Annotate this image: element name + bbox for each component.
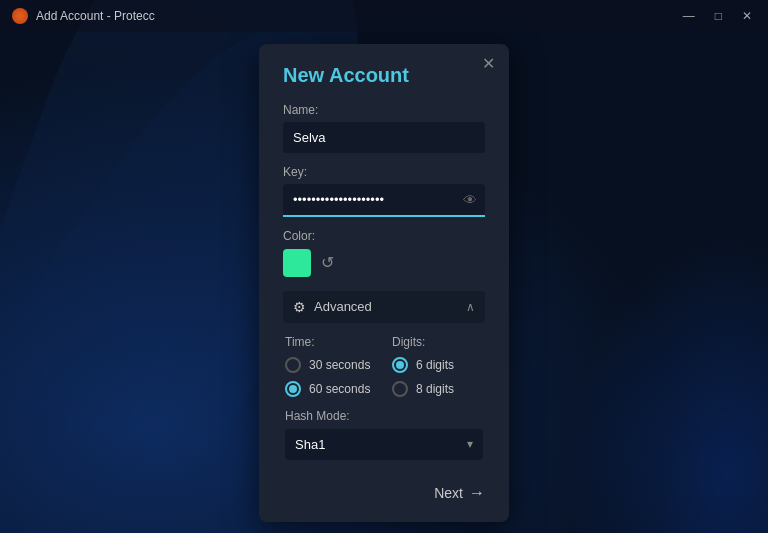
app-icon xyxy=(12,8,28,24)
digits-label: Digits: xyxy=(392,335,483,349)
digits-column: Digits: 6 digits 8 digits xyxy=(392,335,483,397)
dialog-area: ✕ New Account Name: Key: 👁 Color: ↺ ⚙ Ad… xyxy=(0,32,768,533)
options-row: Time: 30 seconds 60 seconds xyxy=(285,335,483,397)
digits-6-radio[interactable] xyxy=(392,357,408,373)
advanced-content: Time: 30 seconds 60 seconds xyxy=(283,335,485,460)
next-button[interactable]: Next → xyxy=(434,480,485,506)
key-input[interactable] xyxy=(283,184,485,217)
dialog-footer: Next → xyxy=(283,476,485,506)
time-label: Time: xyxy=(285,335,376,349)
hash-mode-label: Hash Mode: xyxy=(285,409,483,423)
name-input[interactable] xyxy=(283,122,485,153)
hash-section: Hash Mode: Sha1 Sha256 Sha512 ▾ xyxy=(285,409,483,460)
time-60-option[interactable]: 60 seconds xyxy=(285,381,376,397)
next-label: Next xyxy=(434,485,463,501)
time-60-label: 60 seconds xyxy=(309,382,370,396)
chevron-up-icon: ∧ xyxy=(466,300,475,314)
time-30-radio[interactable] xyxy=(285,357,301,373)
titlebar-title: Add Account - Protecc xyxy=(36,9,679,23)
digits-6-label: 6 digits xyxy=(416,358,454,372)
color-swatch[interactable] xyxy=(283,249,311,277)
key-label: Key: xyxy=(283,165,485,179)
next-arrow-icon: → xyxy=(469,484,485,502)
dialog-title: New Account xyxy=(283,64,485,87)
hash-mode-select[interactable]: Sha1 Sha256 Sha512 xyxy=(285,429,483,460)
digits-6-option[interactable]: 6 digits xyxy=(392,357,483,373)
color-section: Color: ↺ xyxy=(283,229,485,277)
advanced-label: Advanced xyxy=(314,299,372,314)
refresh-color-icon[interactable]: ↺ xyxy=(321,253,334,272)
new-account-dialog: ✕ New Account Name: Key: 👁 Color: ↺ ⚙ Ad… xyxy=(259,44,509,522)
maximize-button[interactable]: □ xyxy=(711,8,726,24)
minimize-button[interactable]: — xyxy=(679,8,699,24)
digits-6-dot xyxy=(396,361,404,369)
color-label: Color: xyxy=(283,229,485,243)
advanced-header[interactable]: ⚙ Advanced ∧ xyxy=(283,291,485,323)
time-60-radio[interactable] xyxy=(285,381,301,397)
key-wrapper: 👁 xyxy=(283,184,485,217)
name-label: Name: xyxy=(283,103,485,117)
advanced-left: ⚙ Advanced xyxy=(293,299,372,315)
digits-radio-group: 6 digits 8 digits xyxy=(392,357,483,397)
gear-icon: ⚙ xyxy=(293,299,306,315)
dialog-close-button[interactable]: ✕ xyxy=(482,56,495,72)
color-row: ↺ xyxy=(283,249,485,277)
titlebar: Add Account - Protecc — □ ✕ xyxy=(0,0,768,32)
digits-8-label: 8 digits xyxy=(416,382,454,396)
time-column: Time: 30 seconds 60 seconds xyxy=(285,335,376,397)
digits-8-option[interactable]: 8 digits xyxy=(392,381,483,397)
time-60-dot xyxy=(289,385,297,393)
time-radio-group: 30 seconds 60 seconds xyxy=(285,357,376,397)
close-button[interactable]: ✕ xyxy=(738,8,756,24)
eye-icon[interactable]: 👁 xyxy=(463,192,477,208)
hash-select-wrapper: Sha1 Sha256 Sha512 ▾ xyxy=(285,429,483,460)
time-30-option[interactable]: 30 seconds xyxy=(285,357,376,373)
window-controls: — □ ✕ xyxy=(679,8,756,24)
digits-8-radio[interactable] xyxy=(392,381,408,397)
time-30-label: 30 seconds xyxy=(309,358,370,372)
